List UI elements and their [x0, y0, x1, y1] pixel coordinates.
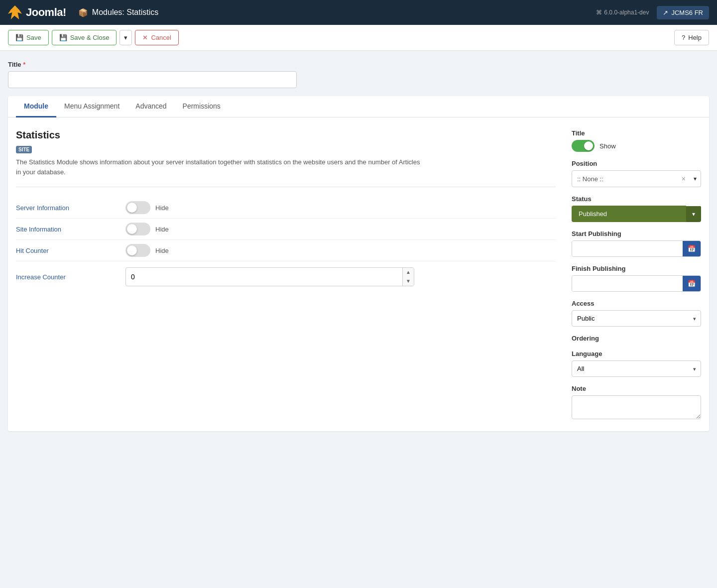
note-label: Note: [572, 385, 701, 392]
cancel-label: Cancel: [151, 34, 171, 41]
language-label: Language: [572, 350, 701, 357]
help-button[interactable]: ? Help: [674, 30, 709, 45]
note-input[interactable]: [572, 395, 701, 419]
tabs-container: Module Menu Assignment Advanced Permissi…: [8, 96, 709, 431]
start-publishing-label: Start Publishing: [572, 230, 701, 237]
right-panel: Title Show Position :: None :: × ▾: [572, 129, 701, 419]
cmd-symbol: ⌘: [596, 9, 602, 16]
server-info-toggle[interactable]: [125, 201, 150, 214]
status-button[interactable]: Published: [572, 206, 686, 222]
start-publishing-input[interactable]: [572, 241, 683, 256]
page-title: 📦 Modules: Statistics: [78, 8, 158, 17]
hit-counter-toggle-wrapper: Hide: [125, 244, 169, 257]
access-label: Access: [572, 300, 701, 307]
position-chevron-button[interactable]: ▾: [690, 171, 701, 186]
module-description: The Statistics Module shows information …: [16, 157, 424, 177]
title-show-label: Show: [599, 142, 616, 150]
ordering-group: Ordering: [572, 335, 701, 342]
position-label: Position: [572, 160, 701, 167]
tab-permissions[interactable]: Permissions: [175, 96, 229, 118]
site-info-row: Site Information Hide: [16, 219, 556, 240]
server-info-label: Server Information: [16, 204, 116, 212]
title-form-group: Title *: [8, 61, 709, 88]
dropdown-arrow-icon: ▾: [124, 34, 127, 41]
start-publishing-calendar-button[interactable]: 📅: [683, 241, 701, 256]
title-toggle-group: Title Show: [572, 129, 701, 152]
access-select[interactable]: Public Guest Registered Special Super Us…: [572, 310, 701, 327]
increase-counter-row: Increase Counter ▲ ▼: [16, 261, 556, 292]
save-dropdown-button[interactable]: ▾: [120, 30, 132, 45]
version-text: 6.0.0-alpha1-dev: [604, 9, 649, 16]
tabs-nav: Module Menu Assignment Advanced Permissi…: [8, 96, 709, 118]
counter-spin-up[interactable]: ▲: [403, 268, 414, 277]
page-title-text: Modules: Statistics: [92, 8, 158, 17]
hit-counter-row: Hit Counter Hide: [16, 240, 556, 261]
increase-counter-wrapper: ▲ ▼: [125, 267, 414, 286]
server-info-toggle-wrapper: Hide: [125, 201, 169, 214]
language-select[interactable]: All English (en-GB): [572, 360, 701, 377]
server-info-toggle-text: Hide: [155, 204, 169, 212]
finish-publishing-calendar-button[interactable]: 📅: [683, 276, 701, 291]
site-info-toggle[interactable]: [125, 223, 150, 235]
site-badge: Site: [16, 146, 32, 153]
counter-spin-down[interactable]: ▼: [403, 277, 414, 286]
save-close-button[interactable]: 💾 Save & Close: [52, 30, 117, 45]
counter-spin: ▲ ▼: [402, 268, 414, 286]
left-panel: Statistics Site The Statistics Module sh…: [16, 129, 556, 419]
position-clear-button[interactable]: ×: [678, 171, 690, 187]
title-field-label: Title: [572, 129, 701, 137]
module-icon: 📦: [78, 8, 88, 17]
hit-counter-toggle[interactable]: [125, 244, 150, 257]
module-title: Statistics: [16, 129, 556, 141]
access-select-wrapper: Public Guest Registered Special Super Us…: [572, 310, 701, 327]
status-group: Status Published ▾: [572, 195, 701, 222]
ordering-label: Ordering: [572, 335, 701, 342]
tab-advanced[interactable]: Advanced: [127, 96, 174, 118]
tab-menu-assignment[interactable]: Menu Assignment: [56, 96, 127, 118]
save-close-label: Save & Close: [70, 34, 110, 41]
finish-publishing-wrapper: 📅: [572, 275, 701, 292]
start-publishing-wrapper: 📅: [572, 240, 701, 257]
access-group: Access Public Guest Registered Special S…: [572, 300, 701, 327]
status-row: Published ▾: [572, 206, 701, 222]
save-button[interactable]: 💾 Save: [8, 30, 49, 45]
cancel-button[interactable]: ✕ Cancel: [135, 30, 178, 45]
increase-counter-label: Increase Counter: [16, 273, 116, 281]
save-icon: 💾: [15, 34, 23, 41]
external-icon: ↗: [663, 9, 668, 16]
site-info-knob: [127, 224, 137, 234]
finish-publishing-group: Finish Publishing 📅: [572, 265, 701, 292]
required-indicator: *: [23, 61, 25, 68]
position-value: :: None ::: [572, 171, 678, 187]
tab-content-module: Statistics Site The Statistics Module sh…: [8, 118, 709, 431]
top-bar: Joomla! 📦 Modules: Statistics ⌘ 6.0.0-al…: [0, 0, 717, 25]
note-group: Note: [572, 385, 701, 419]
joomla-flame-icon: [8, 5, 22, 19]
status-dropdown-button[interactable]: ▾: [686, 206, 701, 222]
finish-publishing-label: Finish Publishing: [572, 265, 701, 272]
save-label: Save: [26, 34, 41, 41]
cancel-icon: ✕: [142, 34, 148, 41]
site-info-toggle-text: Hide: [155, 226, 169, 233]
hit-counter-toggle-text: Hide: [155, 247, 169, 254]
language-group: Language All English (en-GB) ▾: [572, 350, 701, 377]
start-publishing-group: Start Publishing 📅: [572, 230, 701, 257]
hit-counter-label: Hit Counter: [16, 247, 116, 254]
user-name: JCMS6 FR: [671, 9, 703, 16]
user-menu-button[interactable]: ↗ JCMS6 FR: [657, 6, 709, 19]
hit-counter-knob: [127, 245, 137, 255]
server-info-knob: [127, 203, 137, 213]
title-label: Title *: [8, 61, 709, 68]
position-group: Position :: None :: × ▾: [572, 160, 701, 187]
server-info-row: Server Information Hide: [16, 197, 556, 219]
tab-module[interactable]: Module: [16, 96, 56, 118]
title-show-toggle[interactable]: [572, 140, 595, 152]
site-info-label: Site Information: [16, 226, 116, 233]
finish-publishing-input[interactable]: [572, 276, 683, 291]
position-select-wrapper: :: None :: × ▾: [572, 170, 701, 187]
title-input[interactable]: [8, 71, 297, 88]
joomla-logo: Joomla!: [8, 5, 66, 19]
save-close-icon: 💾: [59, 34, 67, 41]
title-toggle-row: Show: [572, 140, 701, 152]
increase-counter-input[interactable]: [126, 269, 402, 284]
